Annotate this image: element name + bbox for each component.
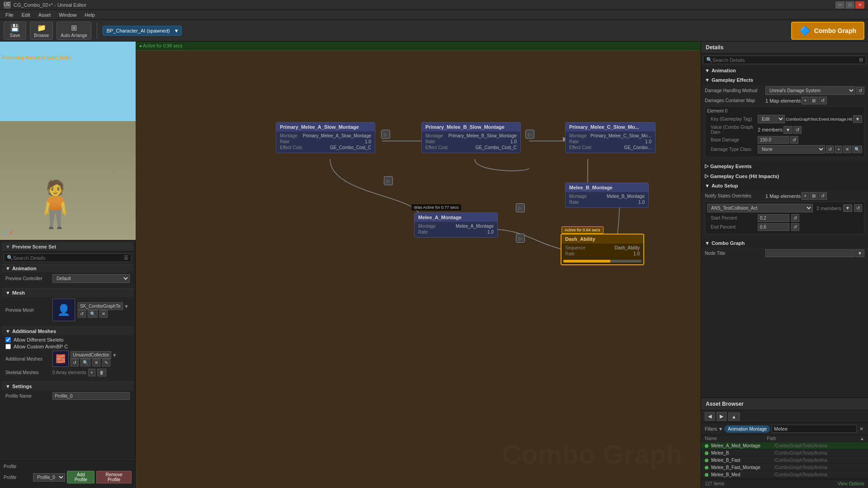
mesh-search-btn[interactable]: 🔍 bbox=[88, 310, 98, 318]
details-search-input[interactable] bbox=[712, 57, 859, 63]
preview-collapse-arrow[interactable]: ▼ bbox=[5, 244, 10, 249]
mesh-name-input[interactable] bbox=[78, 302, 123, 310]
combo-graph-section-header[interactable]: ▼ Combo Graph bbox=[701, 239, 868, 248]
additional-meshes-header[interactable]: ▼ Additional Meshes bbox=[2, 327, 133, 335]
asset-nav-up[interactable]: ▲ bbox=[728, 413, 740, 421]
value-expand[interactable]: ▼ bbox=[783, 126, 793, 134]
start-percent-input[interactable] bbox=[758, 214, 789, 222]
additional-mesh-search[interactable]: 🔍 bbox=[80, 359, 90, 366]
unsaved-collection-input[interactable] bbox=[71, 351, 111, 359]
connector-icon: ▷ bbox=[381, 130, 390, 139]
notify-states-add[interactable]: + bbox=[802, 192, 809, 200]
mesh-dropdown-arrow[interactable]: ▼ bbox=[124, 304, 129, 309]
damage-handling-dropdown[interactable]: Unreal's Damage System bbox=[765, 86, 855, 95]
damage-type-browse-btn[interactable]: 🔍 bbox=[852, 145, 862, 153]
profile-name-input[interactable] bbox=[52, 392, 130, 400]
node-3-title: Primary_Melee_C_Slow_Mo... bbox=[569, 124, 639, 130]
close-button[interactable]: ✕ bbox=[855, 1, 864, 9]
ans-expand[interactable]: ▼ bbox=[843, 204, 852, 212]
allow-custom-anim-checkbox[interactable] bbox=[5, 344, 11, 349]
graph-area[interactable]: ● Active for 0.98 secs bbox=[136, 42, 701, 488]
clear-filter-btn[interactable]: ✕ bbox=[859, 425, 864, 433]
asset-item-0[interactable]: Melee_A_Med_Montage /ComboGraphTests/Ani… bbox=[701, 442, 868, 450]
ans-dropdown[interactable]: ANS_TestCollision_Act bbox=[707, 204, 813, 212]
combo-graph-button[interactable]: 🔷 Combo Graph bbox=[791, 22, 864, 40]
menu-asset[interactable]: Asset bbox=[35, 11, 55, 19]
damages-container-add[interactable]: + bbox=[802, 97, 809, 104]
damages-container-reset[interactable]: ↺ bbox=[819, 97, 827, 104]
graph-node-6[interactable]: Active for 0.64 secs Dash_Ability Sequen… bbox=[561, 234, 644, 265]
damages-container-label: Damages Container Map bbox=[705, 98, 764, 103]
animation-section-header[interactable]: ▼ Animation bbox=[2, 264, 133, 272]
auto-setup-header[interactable]: ▼ Auto Setup bbox=[701, 181, 868, 190]
asset-item-3[interactable]: Melee_B_Fast_Montage /ComboGraphTests/An… bbox=[701, 464, 868, 471]
key-tag-arrow[interactable]: ▼ bbox=[853, 115, 862, 123]
browse-button[interactable]: 📁 Browse bbox=[30, 22, 53, 40]
base-damage-reset[interactable]: ↺ bbox=[790, 136, 798, 144]
damage-type-add-btn[interactable]: + bbox=[835, 145, 842, 153]
filter-input[interactable] bbox=[772, 425, 857, 433]
mesh-clear-btn[interactable]: ✕ bbox=[99, 310, 108, 318]
gameplay-events-header[interactable]: ▷ Gameplay Events bbox=[701, 161, 868, 171]
left-search-input[interactable] bbox=[13, 255, 124, 261]
value-reset[interactable]: ↺ bbox=[793, 126, 802, 134]
additional-mesh-reload[interactable]: ↺ bbox=[71, 359, 79, 366]
damage-type-clear-btn[interactable]: ✕ bbox=[843, 145, 851, 153]
settings-header[interactable]: ▼ Settings bbox=[2, 382, 133, 390]
map-element-0: Element 0 Key (Gameplay Tag) Edit ComboG… bbox=[705, 106, 864, 157]
auto-arrange-button[interactable]: ⊞ Auto Arrange bbox=[57, 22, 91, 40]
allow-different-skeleton-checkbox[interactable] bbox=[5, 337, 11, 343]
notify-states-reset[interactable]: ↺ bbox=[819, 192, 827, 200]
graph-node-1[interactable]: Primary_Melee_A_Slow_Montage Montage Pri… bbox=[276, 122, 375, 153]
base-damage-input[interactable] bbox=[758, 136, 789, 144]
key-edit-dropdown[interactable]: Edit bbox=[758, 115, 785, 123]
graph-node-2[interactable]: Primary_Melee_B_Slow_Montage Montage Pri… bbox=[421, 122, 521, 153]
additional-meshes-row: Additional Meshes 🧱 ▼ ↺ 🔍 bbox=[5, 351, 130, 367]
graph-node-5[interactable]: Melee_A_Montage Montage Melee_A_Montage … bbox=[414, 212, 498, 238]
mesh-reload-btn[interactable]: ↺ bbox=[78, 310, 86, 318]
minimize-button[interactable]: ─ bbox=[835, 1, 844, 9]
list-view-icon[interactable]: ☰ bbox=[124, 255, 128, 261]
gameplay-effects-header[interactable]: ▼ Gameplay Effects bbox=[701, 75, 868, 84]
mesh-section-header[interactable]: ▼ Mesh bbox=[2, 288, 133, 297]
asset-item-4[interactable]: Melee_B_Med /ComboGraphTests/Anima bbox=[701, 471, 868, 479]
maximize-button[interactable]: □ bbox=[845, 1, 854, 9]
menu-edit[interactable]: Edit bbox=[18, 11, 34, 19]
node-title-input[interactable] bbox=[765, 249, 854, 257]
skeletal-meshes-add[interactable]: + bbox=[88, 369, 95, 376]
asset-nav-back[interactable]: ◀ bbox=[705, 412, 715, 421]
start-percent-reset[interactable]: ↺ bbox=[791, 214, 799, 222]
notify-states-grid[interactable]: ⊞ bbox=[810, 192, 818, 200]
menu-help[interactable]: Help bbox=[81, 11, 99, 19]
graph-node-3[interactable]: Primary_Melee_C_Slow_Mo... Montage Prima… bbox=[565, 122, 656, 153]
graph-node-4[interactable]: Melee_B_Montage Montage Melee_B_Montage … bbox=[565, 183, 649, 208]
detail-animation-header[interactable]: ▼ Animation bbox=[701, 66, 868, 75]
ans-reset[interactable]: ↺ bbox=[854, 204, 862, 212]
details-view-icon[interactable]: ⊞ bbox=[859, 57, 863, 63]
asset-nav-forward[interactable]: ▶ bbox=[717, 412, 726, 421]
skeletal-meshes-remove[interactable]: 🗑 bbox=[97, 369, 106, 376]
asset-item-2[interactable]: Melee_B_Fast /ComboGraphTests/Anima bbox=[701, 457, 868, 464]
end-percent-input[interactable] bbox=[758, 223, 789, 231]
additional-mesh-edit[interactable]: ✎ bbox=[102, 359, 110, 366]
damage-type-reset-btn[interactable]: ↺ bbox=[826, 145, 834, 153]
menu-file[interactable]: File bbox=[2, 11, 17, 19]
damage-handling-reset[interactable]: ↺ bbox=[856, 87, 864, 94]
save-button[interactable]: 💾 Save bbox=[4, 22, 26, 40]
unsaved-dropdown[interactable]: ▼ bbox=[112, 352, 117, 358]
add-profile-button[interactable]: Add Profile bbox=[67, 471, 94, 483]
asset-item-1[interactable]: Melee_B /ComboGraphTests/Anima bbox=[701, 450, 868, 457]
name-column-header: Name bbox=[705, 436, 767, 441]
view-options-button[interactable]: View Options bbox=[838, 481, 864, 486]
end-percent-reset[interactable]: ↺ bbox=[791, 223, 799, 231]
damages-container-grid[interactable]: ⊞ bbox=[810, 97, 818, 104]
node-title-dropdown[interactable]: ▼ bbox=[855, 249, 864, 257]
bp-selector[interactable]: BP_Character_AI (spawned) bbox=[103, 26, 182, 36]
damage-type-dropdown[interactable]: None bbox=[758, 145, 825, 154]
gameplay-cues-header[interactable]: ▷ Gameplay Cues (Hit Impacts) bbox=[701, 171, 868, 181]
additional-mesh-clear[interactable]: ✕ bbox=[92, 359, 100, 366]
menu-window[interactable]: Window bbox=[55, 11, 80, 19]
profile-dropdown[interactable]: Profile_0 bbox=[33, 473, 65, 482]
preview-controller-dropdown[interactable]: Default bbox=[52, 274, 130, 283]
remove-profile-button[interactable]: Remove Profile bbox=[96, 471, 132, 483]
